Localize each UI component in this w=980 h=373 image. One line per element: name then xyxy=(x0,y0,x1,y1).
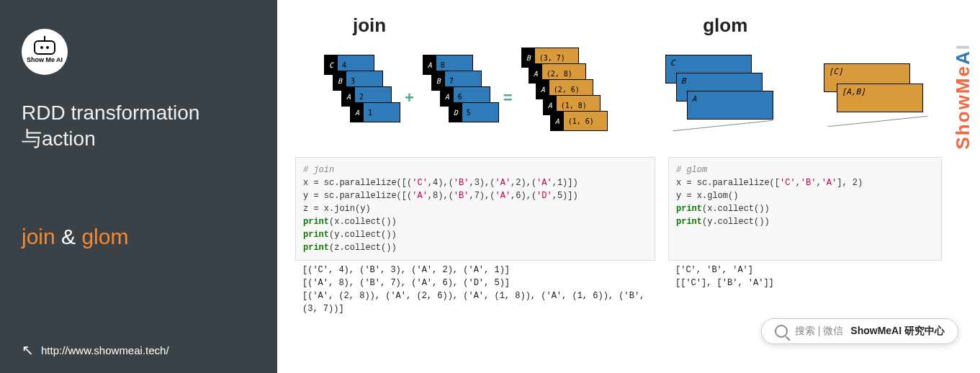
cursor-icon: ↖ xyxy=(22,341,34,359)
search-label2: 微信 xyxy=(823,325,843,336)
search-icon xyxy=(775,325,788,338)
code-glom: # glom x = sc.parallelize(['C','B','A'],… xyxy=(668,157,942,261)
output-join: [('C', 4), ('B', 3), ('A', 2), ('A', 1)]… xyxy=(295,261,655,318)
footer-url: http://www.showmeai.tech/ xyxy=(41,344,169,356)
robot-icon xyxy=(34,40,55,55)
plus-icon: + xyxy=(405,89,414,107)
code-row: # join x = sc.parallelize([('C',4),('B',… xyxy=(295,157,962,261)
logo-text: Show Me AI xyxy=(27,56,63,63)
search-label1: 搜索 xyxy=(795,325,815,336)
search-pill[interactable]: 搜索 | 微信 ShowMeAI 研究中心 xyxy=(761,318,958,344)
footer-link[interactable]: ↖ http://www.showmeai.tech/ xyxy=(22,341,256,359)
page-title: RDD transformation 与action xyxy=(22,100,256,153)
heading-join: join xyxy=(353,14,386,37)
search-brand: ShowMeAI 研究中心 xyxy=(850,325,945,338)
title-line1: RDD transformation xyxy=(22,102,199,124)
output-glom: ['C', 'B', 'A'] [['C'], ['B', 'A']] xyxy=(668,261,942,318)
sidebar: Show Me AI RDD transformation 与action jo… xyxy=(0,0,277,373)
heading-glom: glom xyxy=(703,14,747,37)
diagram-headings: join glom xyxy=(295,14,962,37)
logo: Show Me AI xyxy=(22,29,256,75)
diagram-glom: C B A [C] [A,B] xyxy=(665,48,939,148)
output-row: [('C', 4), ('B', 3), ('A', 2), ('A', 1)]… xyxy=(295,261,962,318)
main-content: ShowMeAI join glom C4 B3 A2 A1 + A8 B7 A… xyxy=(277,0,980,373)
subtitle-glom: glom xyxy=(81,225,128,248)
equals-icon: = xyxy=(503,89,513,107)
subtitle-join: join xyxy=(22,225,55,248)
diagram-join: C4 B3 A2 A1 + A8 B7 A6 D5 = B(3, 7) A(2,… xyxy=(324,48,608,148)
title-line2: 与action xyxy=(22,127,96,150)
page-subtitle: join & glom xyxy=(22,225,256,249)
code-join: # join x = sc.parallelize([('C',4),('B',… xyxy=(295,157,655,261)
subtitle-amp: & xyxy=(55,225,82,248)
